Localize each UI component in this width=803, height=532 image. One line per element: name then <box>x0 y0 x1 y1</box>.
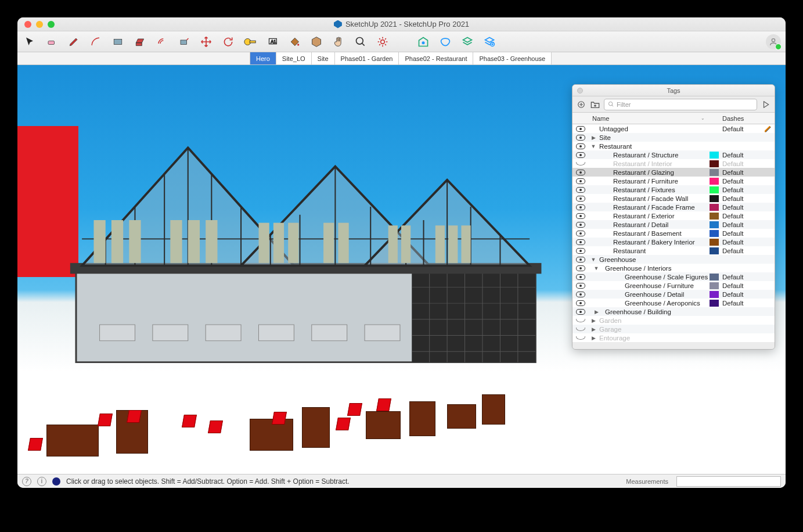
pan-tool[interactable] <box>331 34 346 49</box>
tag-color-swatch[interactable] <box>710 247 719 254</box>
tag-row[interactable]: Restaurant / FurnitureDefault <box>572 177 775 185</box>
tag-row[interactable]: RestaurantDefault <box>572 246 775 255</box>
visibility-off-icon[interactable] <box>572 319 589 322</box>
tag-row[interactable]: ▶Garden <box>572 316 775 325</box>
visibility-on-icon[interactable] <box>572 248 589 254</box>
component-tool[interactable] <box>309 34 324 49</box>
tag-dashes-value[interactable]: Default <box>720 186 762 193</box>
tags-filter-input[interactable]: Filter <box>604 99 757 110</box>
tag-color-swatch[interactable] <box>710 291 719 298</box>
scene-tab[interactable]: Site <box>312 52 335 64</box>
maximize-window-button[interactable] <box>48 21 55 28</box>
visibility-on-icon[interactable] <box>572 257 589 263</box>
tag-color-swatch[interactable] <box>710 169 719 176</box>
add-tag-folder-button[interactable] <box>590 99 600 110</box>
tag-row[interactable]: Greenhouse / Scale FiguresDefault <box>572 272 775 281</box>
rotate-tool[interactable] <box>221 34 236 49</box>
visibility-on-icon[interactable] <box>572 265 589 271</box>
tag-row[interactable]: ▶Garage <box>572 325 775 333</box>
eraser-tool[interactable] <box>44 34 59 49</box>
tag-color-swatch[interactable] <box>710 282 719 289</box>
tag-color-swatch[interactable] <box>710 300 719 307</box>
tag-row[interactable]: Restaurant / Bakery InteriorDefault <box>572 238 775 246</box>
measurements-input[interactable] <box>676 476 781 487</box>
disclosure-triangle-icon[interactable]: ▶ <box>589 326 598 332</box>
tag-dashes-value[interactable]: Default <box>720 160 762 167</box>
select-cursor-tool[interactable] <box>22 34 37 49</box>
tag-row[interactable]: Restaurant / ExteriorDefault <box>572 211 775 220</box>
paint-bucket-tool[interactable] <box>287 34 302 49</box>
offset-tool[interactable] <box>154 34 170 49</box>
zoom-extents-tool[interactable] <box>375 34 390 49</box>
tag-dashes-value[interactable]: Default <box>720 169 762 176</box>
move-tool[interactable] <box>199 34 214 49</box>
credits-icon[interactable]: i <box>37 477 46 486</box>
rectangle-tool[interactable] <box>110 34 125 49</box>
tag-row[interactable]: Restaurant / DetailDefault <box>572 220 775 229</box>
add-tag-button[interactable] <box>576 99 586 110</box>
visibility-on-icon[interactable] <box>572 292 589 297</box>
tag-row[interactable]: Restaurant / Facade FrameDefault <box>572 203 775 211</box>
tag-color-swatch[interactable] <box>710 221 719 228</box>
tag-dashes-value[interactable]: Default <box>720 204 762 211</box>
tags-dashes-column-header[interactable]: Dashes <box>720 113 762 124</box>
scene-tab[interactable]: Hero <box>250 52 276 64</box>
tag-row[interactable]: Greenhouse / FurnitureDefault <box>572 281 775 290</box>
visibility-on-icon[interactable] <box>572 309 589 315</box>
close-window-button[interactable] <box>24 21 31 28</box>
edit-tag-icon[interactable] <box>762 125 775 132</box>
tag-dashes-value[interactable]: Default <box>720 213 762 220</box>
visibility-off-icon[interactable] <box>572 328 589 331</box>
tag-dashes-value[interactable]: Default <box>720 221 762 228</box>
tag-row[interactable]: ▼Greenhouse / Interiors <box>572 264 775 272</box>
push-pull-tool[interactable] <box>132 34 147 49</box>
tag-row[interactable]: Restaurant / BasementDefault <box>572 229 775 238</box>
tag-dashes-value[interactable]: Default <box>720 247 762 254</box>
visibility-on-icon[interactable] <box>572 274 589 280</box>
tag-color-swatch[interactable] <box>710 204 719 211</box>
tag-row[interactable]: Greenhouse / DetailDefault <box>572 290 775 299</box>
tags-name-column-header[interactable]: Name⌄ <box>589 113 710 124</box>
disclosure-triangle-icon[interactable]: ▶ <box>589 135 598 141</box>
tag-row[interactable]: Restaurant / InteriorDefault <box>572 159 775 168</box>
tag-color-swatch[interactable] <box>710 230 719 237</box>
visibility-on-icon[interactable] <box>572 196 589 202</box>
scene-tab[interactable]: Phase03 - Greenhouse <box>473 52 552 64</box>
disclosure-triangle-icon[interactable]: ▶ <box>589 318 598 323</box>
scene-tab[interactable]: Site_LO <box>276 52 312 64</box>
visibility-off-icon[interactable] <box>572 162 589 166</box>
tag-color-swatch[interactable] <box>710 160 719 167</box>
layer-options-button[interactable] <box>482 34 497 49</box>
tag-row[interactable]: ▶Site <box>572 133 775 142</box>
tag-color-swatch[interactable] <box>710 178 719 185</box>
tag-row[interactable]: ▼Greenhouse <box>572 255 775 264</box>
tag-color-swatch[interactable] <box>710 152 719 159</box>
scene-tab[interactable]: Phase02 - Restaurant <box>399 52 473 64</box>
visibility-on-icon[interactable] <box>572 178 589 184</box>
visibility-on-icon[interactable] <box>572 152 589 158</box>
tag-row[interactable]: Restaurant / Facade WallDefault <box>572 194 775 203</box>
tag-row[interactable]: Restaurant / StructureDefault <box>572 150 775 159</box>
tag-dashes-value[interactable]: Default <box>720 178 762 185</box>
disclosure-triangle-icon[interactable]: ▼ <box>589 265 598 271</box>
visibility-on-icon[interactable] <box>572 283 589 289</box>
visibility-on-icon[interactable] <box>572 239 589 245</box>
visibility-on-icon[interactable] <box>572 231 589 236</box>
tag-dashes-value[interactable]: Default <box>720 239 762 246</box>
tag-dashes-value[interactable]: Default <box>720 274 762 281</box>
scene-tab[interactable]: Phase01 - Garden <box>335 52 399 64</box>
tag-row[interactable]: Restaurant / FixturesDefault <box>572 185 775 194</box>
minimize-window-button[interactable] <box>36 21 43 28</box>
visibility-on-icon[interactable] <box>572 222 589 228</box>
visibility-off-icon[interactable] <box>572 336 589 340</box>
tags-panel-titlebar[interactable]: Tags <box>572 85 775 96</box>
visibility-on-icon[interactable] <box>572 187 589 193</box>
tag-row[interactable]: ▶Greenhouse / Building <box>572 307 775 316</box>
tag-color-swatch[interactable] <box>710 186 719 193</box>
geolocation-icon[interactable]: ? <box>22 477 31 486</box>
tags-menu-button[interactable] <box>761 99 771 110</box>
visibility-on-icon[interactable] <box>572 143 589 149</box>
extension-warehouse-button[interactable] <box>438 34 453 49</box>
disclosure-triangle-icon[interactable]: ▼ <box>589 257 598 263</box>
tag-dashes-value[interactable]: Default <box>720 291 762 298</box>
